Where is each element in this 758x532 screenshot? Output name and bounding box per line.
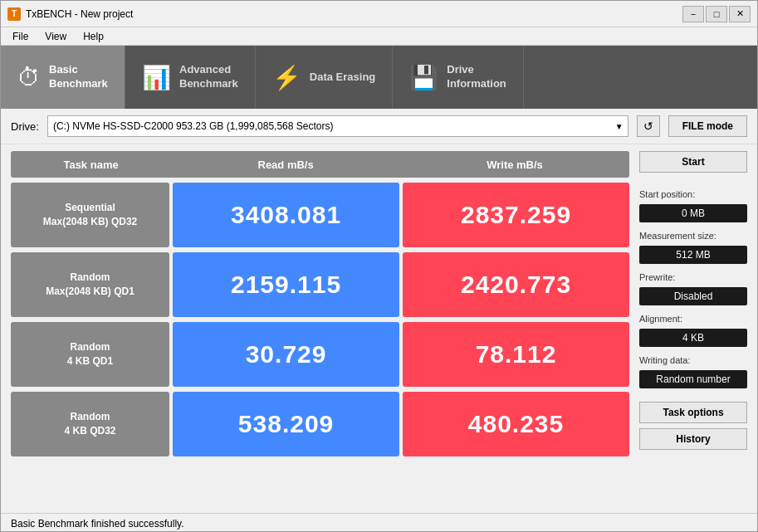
table-row: Random4 KB QD32 538.209 480.235	[11, 392, 629, 456]
prewrite-value: Disabled	[639, 287, 747, 305]
data-erasing-icon: ⚡	[272, 64, 301, 91]
header-read: Read mB/s	[171, 151, 400, 178]
menu-view[interactable]: View	[37, 29, 75, 44]
row-read-random-4kb-qd32: 538.209	[173, 392, 399, 456]
table-header: Task name Read mB/s Write mB/s	[11, 151, 629, 178]
start-button[interactable]: Start	[639, 151, 747, 173]
header-task-name: Task name	[11, 151, 171, 178]
task-options-button[interactable]: Task options	[639, 402, 747, 423]
drive-label: Drive:	[11, 120, 39, 133]
table-row: SequentialMax(2048 KB) QD32 3408.081 283…	[11, 183, 629, 247]
tab-basic-benchmark[interactable]: ⏱ BasicBenchmark	[1, 46, 125, 109]
row-read-sequential: 3408.081	[173, 183, 399, 247]
maximize-button[interactable]: □	[706, 6, 727, 22]
row-write-random-qd1-2048: 2420.773	[403, 252, 629, 317]
alignment-label: Alignment:	[639, 314, 747, 324]
tab-drive-information[interactable]: 💾 DriveInformation	[393, 46, 524, 109]
drive-refresh-button[interactable]: ↺	[637, 115, 660, 137]
data-erasing-label: Data Erasing	[310, 71, 375, 85]
file-mode-button[interactable]: FILE mode	[668, 115, 747, 137]
drive-select[interactable]: (C:) NVMe HS-SSD-C2000 953.23 GB (1,999,…	[47, 115, 628, 137]
header-write: Write mB/s	[400, 151, 629, 178]
writing-data-value: Random number	[639, 370, 747, 388]
menu-help[interactable]: Help	[75, 29, 112, 44]
writing-data-label: Writing data:	[639, 355, 747, 365]
status-bar: Basic Benchmark finished successfully.	[1, 513, 757, 532]
menu-bar: File View Help	[1, 27, 757, 46]
drive-information-label: DriveInformation	[447, 63, 506, 91]
tab-data-erasing[interactable]: ⚡ Data Erasing	[256, 46, 393, 109]
measurement-size-value: 512 MB	[639, 246, 747, 264]
app-icon: T	[7, 7, 21, 21]
window-controls: − □ ✕	[682, 6, 751, 22]
toolbar: ⏱ BasicBenchmark 📊 AdvancedBenchmark ⚡ D…	[1, 46, 757, 109]
history-button[interactable]: History	[639, 428, 747, 450]
drive-information-icon: 💾	[409, 64, 438, 91]
window-title: TxBENCH - New project	[26, 8, 682, 20]
advanced-benchmark-icon: 📊	[142, 64, 171, 91]
side-panel: Start Start position: 0 MB Measurement s…	[639, 151, 747, 506]
row-write-random-4kb-qd1: 78.112	[403, 322, 629, 387]
table-row: RandomMax(2048 KB) QD1 2159.115 2420.773	[11, 252, 629, 317]
prewrite-label: Prewrite:	[639, 272, 747, 282]
row-write-sequential: 2837.259	[403, 183, 629, 247]
row-read-random-4kb-qd1: 30.729	[173, 322, 399, 387]
row-label-sequential: SequentialMax(2048 KB) QD32	[11, 183, 169, 247]
row-write-random-4kb-qd32: 480.235	[403, 392, 629, 456]
minimize-button[interactable]: −	[682, 6, 704, 22]
status-text: Basic Benchmark finished successfully.	[11, 518, 184, 530]
row-label-random-qd1-2048: RandomMax(2048 KB) QD1	[11, 252, 169, 317]
measurement-size-label: Measurement size:	[639, 231, 747, 241]
title-bar: T TxBENCH - New project − □ ✕	[1, 1, 757, 27]
content-area: Task name Read mB/s Write mB/s Sequentia…	[1, 144, 757, 513]
start-position-label: Start position:	[639, 189, 747, 199]
tab-advanced-benchmark[interactable]: 📊 AdvancedBenchmark	[125, 46, 256, 109]
basic-benchmark-icon: ⏱	[17, 64, 41, 91]
row-label-random-4kb-qd32: Random4 KB QD32	[11, 392, 169, 456]
close-button[interactable]: ✕	[729, 6, 751, 22]
drive-row: Drive: (C:) NVMe HS-SSD-C2000 953.23 GB …	[1, 109, 757, 144]
start-position-value: 0 MB	[639, 204, 747, 222]
drive-select-wrapper: (C:) NVMe HS-SSD-C2000 953.23 GB (1,999,…	[47, 115, 628, 137]
table-row: Random4 KB QD1 30.729 78.112	[11, 322, 629, 387]
menu-file[interactable]: File	[4, 29, 37, 44]
advanced-benchmark-label: AdvancedBenchmark	[179, 63, 238, 91]
main-content: Drive: (C:) NVMe HS-SSD-C2000 953.23 GB …	[1, 109, 757, 532]
row-read-random-qd1-2048: 2159.115	[173, 252, 399, 317]
basic-benchmark-label: BasicBenchmark	[49, 63, 108, 91]
benchmark-table: Task name Read mB/s Write mB/s Sequentia…	[11, 151, 629, 506]
row-label-random-4kb-qd1: Random4 KB QD1	[11, 322, 169, 387]
alignment-value: 4 KB	[639, 329, 747, 347]
